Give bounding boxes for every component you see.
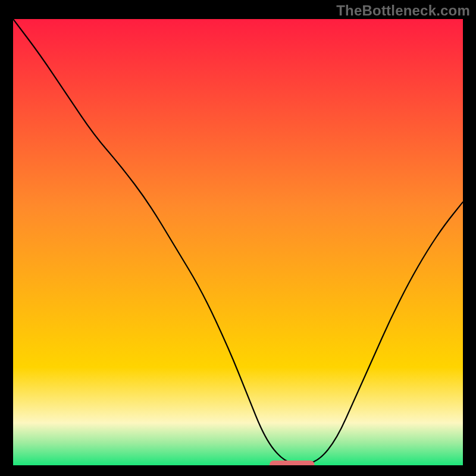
- watermark-text: TheBottleneck.com: [336, 2, 470, 19]
- plot-area: [13, 19, 463, 465]
- optimum-marker: [270, 461, 315, 465]
- chart-stage: TheBottleneck.com: [0, 0, 476, 476]
- plot-svg: [13, 19, 463, 465]
- gradient-background: [13, 19, 463, 465]
